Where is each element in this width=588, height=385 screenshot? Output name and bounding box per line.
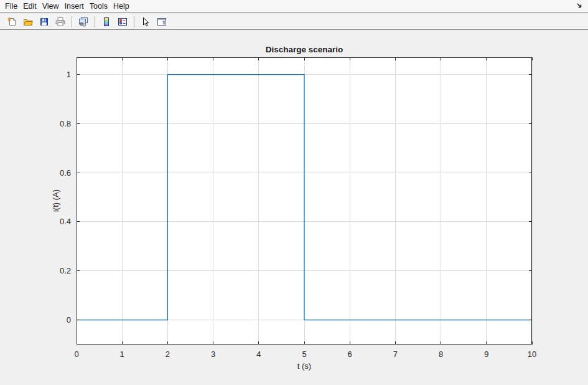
menu-edit[interactable]: Edit xyxy=(23,2,37,11)
x-axis-label: t (s) xyxy=(77,361,532,371)
menu-file[interactable]: File xyxy=(5,2,17,11)
x-tick-label: 2 xyxy=(166,349,170,359)
x-tick-label: 4 xyxy=(256,349,261,359)
menu-bar: File Edit View Insert Tools Help xyxy=(0,0,588,13)
dock-arrow-icon[interactable] xyxy=(576,2,584,10)
figure-toolbar xyxy=(0,14,588,30)
y-tick-label: 0.8 xyxy=(60,119,71,128)
legend-icon[interactable] xyxy=(115,14,130,29)
figure-canvas: Discharge scenario i(t) (A) t (s) 012345… xyxy=(0,31,588,385)
open-icon[interactable] xyxy=(21,14,35,29)
x-tick-label: 9 xyxy=(484,349,488,359)
y-tick-label: 0.2 xyxy=(60,266,71,275)
chart-plot-area: 01234567891000.20.40.60.81 xyxy=(77,57,532,345)
toolbar-separator xyxy=(72,16,72,27)
y-axis-label: i(t) (A) xyxy=(51,189,60,212)
x-tick-label: 5 xyxy=(302,349,306,359)
edit-plot-icon[interactable] xyxy=(138,14,153,29)
colorbar-icon[interactable] xyxy=(99,14,114,29)
matlab-figure-window: File Edit View Insert Tools Help xyxy=(0,0,588,385)
chart-title: Discharge scenario xyxy=(77,45,532,54)
new-figure-icon[interactable] xyxy=(4,14,19,29)
y-tick-label: 0 xyxy=(67,315,71,325)
link-plot-icon[interactable] xyxy=(76,14,91,29)
x-tick-label: 6 xyxy=(348,349,352,359)
y-tick-label: 1 xyxy=(67,70,71,79)
menu-view[interactable]: View xyxy=(42,2,59,11)
x-tick-label: 0 xyxy=(74,349,78,359)
x-tick-label: 3 xyxy=(211,349,215,359)
menu-insert[interactable]: Insert xyxy=(65,2,84,11)
menu-help[interactable]: Help xyxy=(113,2,129,11)
x-tick-label: 1 xyxy=(120,349,124,359)
toolbar-separator xyxy=(95,16,95,27)
print-icon[interactable] xyxy=(53,14,68,29)
x-tick-label: 10 xyxy=(528,349,536,359)
x-tick-label: 7 xyxy=(393,349,398,359)
y-tick-label: 0.4 xyxy=(60,217,71,226)
plot-tools-icon[interactable] xyxy=(154,14,169,29)
toolbar-separator xyxy=(134,16,134,27)
menu-tools[interactable]: Tools xyxy=(90,2,108,11)
save-icon[interactable] xyxy=(37,14,52,29)
y-tick-label: 0.6 xyxy=(60,168,71,178)
x-tick-label: 8 xyxy=(439,349,443,359)
